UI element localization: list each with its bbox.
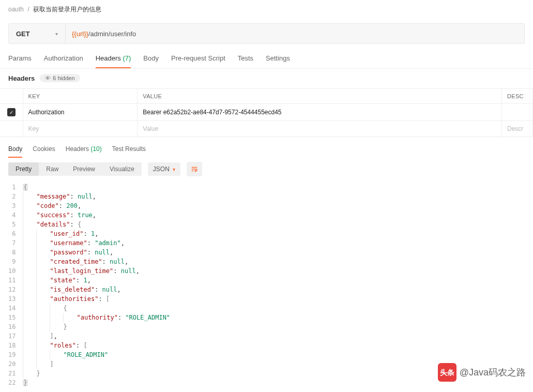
tab-authorization[interactable]: Authorization xyxy=(44,50,83,68)
chevron-down-icon: ▾ xyxy=(55,31,58,37)
url-path: /admin/user/info xyxy=(88,30,136,38)
method-select[interactable]: GET ▾ xyxy=(9,24,66,43)
value-placeholder[interactable]: Value xyxy=(138,121,502,137)
row-checkbox[interactable]: ✓ xyxy=(7,108,16,116)
header-desc-cell[interactable] xyxy=(502,104,533,121)
breadcrumb: oauth / 获取当前登录用户的信息 xyxy=(0,0,533,19)
format-label: JSON xyxy=(153,165,170,173)
view-modes: Pretty Raw Preview Visualize xyxy=(8,162,142,176)
view-pretty[interactable]: Pretty xyxy=(8,162,39,176)
breadcrumb-separator: / xyxy=(27,6,29,13)
table-row-empty: Key Value Descr xyxy=(0,121,533,137)
header-value-cell[interactable]: Bearer e62a52b2-ae84-47d7-9572-4544455ec… xyxy=(138,104,502,121)
tab-headers-count: (7) xyxy=(123,54,131,62)
eye-icon: 👁 xyxy=(45,75,51,81)
response-tab-tests[interactable]: Test Results xyxy=(112,142,146,158)
wrap-lines-button[interactable] xyxy=(187,162,202,176)
view-preview[interactable]: Preview xyxy=(66,162,102,176)
format-select[interactable]: JSON ▾ xyxy=(148,162,180,176)
request-tabs: Params Authorization Headers (7) Body Pr… xyxy=(0,50,533,69)
watermark: 头条 @Java码农之路 xyxy=(438,363,526,382)
url-bar: GET ▾ {{url}}/admin/user/info xyxy=(8,23,525,44)
col-desc: DESC xyxy=(502,89,533,104)
tab-tests[interactable]: Tests xyxy=(238,50,253,68)
tab-settings[interactable]: Settings xyxy=(266,50,290,68)
tab-body[interactable]: Body xyxy=(143,50,159,68)
method-label: GET xyxy=(16,30,55,38)
header-key-cell[interactable]: Authorization xyxy=(23,104,138,121)
response-tab-headers[interactable]: Headers (10) xyxy=(66,142,102,158)
breadcrumb-collection[interactable]: oauth xyxy=(8,6,24,13)
tab-params[interactable]: Params xyxy=(8,50,32,68)
response-body: 12345678910111213141516171819202122 { "m… xyxy=(0,180,533,392)
table-row: ✓ Authorization Bearer e62a52b2-ae84-47d… xyxy=(0,104,533,121)
hidden-headers-toggle[interactable]: 👁 6 hidden xyxy=(40,74,80,82)
line-gutter: 12345678910111213141516171819202122 xyxy=(8,183,23,387)
watermark-icon: 头条 xyxy=(438,363,456,382)
wrap-icon xyxy=(191,165,198,173)
response-tab-cookies[interactable]: Cookies xyxy=(33,142,55,158)
key-placeholder[interactable]: Key xyxy=(23,121,138,137)
watermark-text: @Java码农之路 xyxy=(460,366,526,379)
breadcrumb-request-name: 获取当前登录用户的信息 xyxy=(33,6,101,13)
response-headers-count: (10) xyxy=(90,145,101,153)
code-content[interactable]: { "message": null, "code": 200, "success… xyxy=(23,183,525,387)
chevron-down-icon: ▾ xyxy=(173,167,175,172)
response-tabs: Body Cookies Headers (10) Test Results xyxy=(0,137,533,158)
url-variable: {{url}} xyxy=(72,30,88,38)
response-headers-label: Headers xyxy=(66,145,89,153)
hidden-count: 6 hidden xyxy=(53,75,74,81)
response-tab-body[interactable]: Body xyxy=(8,142,22,158)
tab-prerequest[interactable]: Pre-request Script xyxy=(171,50,225,68)
col-key: KEY xyxy=(23,89,138,104)
headers-label: Headers xyxy=(8,74,35,82)
view-visualize[interactable]: Visualize xyxy=(102,162,142,176)
view-toolbar: Pretty Raw Preview Visualize JSON ▾ xyxy=(0,158,533,180)
tab-headers[interactable]: Headers (7) xyxy=(96,50,131,68)
view-raw[interactable]: Raw xyxy=(39,162,66,176)
tab-headers-label: Headers xyxy=(96,54,121,62)
col-checkbox xyxy=(0,89,23,104)
col-value: VALUE xyxy=(138,89,502,104)
headers-subheader: Headers 👁 6 hidden xyxy=(0,69,533,85)
desc-placeholder[interactable]: Descr xyxy=(502,121,533,137)
url-input[interactable]: {{url}}/admin/user/info xyxy=(66,30,524,38)
headers-table: KEY VALUE DESC ✓ Authorization Bearer e6… xyxy=(0,88,533,137)
